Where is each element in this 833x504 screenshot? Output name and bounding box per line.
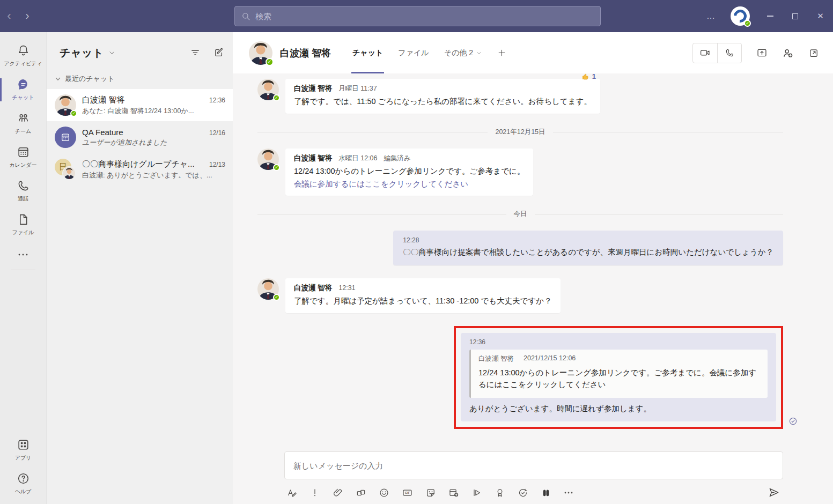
rail-label: 通話 [18, 195, 28, 203]
chat-list-item[interactable]: ✓ 白波瀬 智将 12:36 あなた: 白波瀬 智将12/24 13:00か..… [47, 89, 233, 121]
tab-more[interactable]: その他 2 [437, 32, 490, 73]
message-sender: 白波瀬 智将 [294, 283, 332, 293]
loop-icon[interactable] [356, 487, 366, 498]
compose-toolbar: GIF [284, 479, 783, 499]
phone-icon [17, 179, 30, 192]
video-call-button[interactable] [693, 43, 717, 63]
rail-label: ヘルプ [15, 488, 32, 495]
praise-icon[interactable] [495, 487, 505, 498]
attach-icon[interactable] [333, 487, 343, 498]
new-chat-icon[interactable] [213, 47, 224, 58]
read-receipt-icon [788, 417, 798, 426]
rail-label: チャット [12, 94, 34, 101]
message-text: 了解です。では、11:50 ごろになったら私の部署に来てください。お待ちしてます… [294, 96, 592, 108]
chat-list-title[interactable]: チャット [60, 46, 115, 60]
avatar[interactable]: ✓ [257, 149, 279, 170]
quote-time: 2021/12/15 12:06 [524, 354, 576, 364]
tab-label: その他 2 [444, 48, 473, 58]
thumbs-up-reaction[interactable]: 1 [581, 73, 596, 81]
bell-icon [17, 44, 30, 57]
message-sender: 白波瀬 智将 [294, 84, 332, 93]
importance-icon[interactable] [309, 487, 320, 498]
add-people-button[interactable] [782, 47, 794, 59]
chat-list-item[interactable]: 日 〇〇商事様向けグループチャ... 12/13 白波瀬: ありがとうございます… [47, 153, 233, 186]
schedule-icon[interactable] [448, 487, 459, 498]
message-bubble: 12:36 白波瀬 智将 2021/12/15 12:06 12/24 13:0… [461, 333, 776, 421]
approvals-icon[interactable] [518, 487, 528, 498]
avatar[interactable]: ✓ [257, 278, 279, 300]
rail-item-teams[interactable]: チーム [0, 107, 46, 140]
recent-chats-label: 最近のチャット [65, 74, 115, 84]
reaction-count: 1 [592, 73, 596, 80]
popout-chat-button[interactable] [808, 48, 819, 58]
chat-item-preview: 白波瀬: ありがとうございます。では、... [82, 171, 225, 180]
edited-label: 編集済み [384, 154, 411, 163]
chat-header: ✓ 白波瀬 智将 チャット ファイル その他 2 [233, 32, 833, 73]
rail-item-chat[interactable]: チャット [0, 73, 46, 107]
rail-more-button[interactable] [17, 242, 29, 264]
quoted-message[interactable]: 白波瀬 智将 2021/12/15 12:06 12/24 13:00からのトレ… [469, 350, 768, 398]
account-avatar[interactable]: ✓ [731, 6, 750, 26]
date-divider: 今日 [257, 210, 783, 219]
message-bubble: 白波瀬 智将 12:31 了解です。月曜は予定が詰まっていて、11:30 -12… [285, 278, 561, 313]
rail-item-help[interactable]: ヘルプ [0, 467, 46, 504]
message-bubble: 白波瀬 智将 月曜日 11:37 了解です。では、11:50 ごろになったら私の… [285, 79, 600, 114]
tab-files[interactable]: ファイル [390, 32, 436, 73]
video-camera-icon [699, 47, 711, 58]
format-icon[interactable] [286, 487, 297, 498]
chat-list-title-label: チャット [60, 46, 104, 60]
compose-area: GIF [233, 448, 833, 504]
close-button[interactable]: ✕ [808, 0, 833, 32]
gif-icon[interactable]: GIF [402, 487, 413, 498]
qa-feature-avatar [55, 127, 76, 148]
rail-item-activity[interactable]: アクティビティ [0, 39, 46, 73]
message-input[interactable] [293, 461, 774, 470]
message-sender: 白波瀬 智将 [294, 153, 332, 163]
title-bar: ‹ › … ✓ ✕ [0, 0, 833, 32]
tab-chat[interactable]: チャット [345, 32, 390, 73]
calendar-icon [60, 132, 71, 143]
rail-item-apps[interactable]: アプリ [0, 433, 46, 467]
rail-item-calls[interactable]: 通話 [0, 174, 46, 208]
message-text: 了解です。月曜は予定が詰まっていて、11:30 -12:00 でも大丈夫ですか？ [294, 295, 552, 307]
chat-partner-avatar[interactable]: ✓ [249, 41, 272, 65]
recent-chats-section-toggle[interactable]: 最近のチャット [47, 65, 233, 89]
apps-grid-icon [17, 438, 30, 451]
meeting-join-link[interactable]: 会議に参加するにはここをクリックしてください [294, 179, 525, 190]
titlebar-more-menu[interactable]: … [699, 11, 723, 21]
avatar: ✓ [55, 94, 76, 116]
send-icon[interactable] [768, 486, 780, 499]
flow-icon[interactable] [471, 487, 482, 498]
titlebar-right: … ✓ ✕ [699, 0, 833, 32]
minimize-button[interactable] [757, 0, 783, 32]
more-icon[interactable] [564, 491, 573, 494]
rail-item-files[interactable]: ファイル [0, 208, 46, 242]
chat-list-item[interactable]: QA Feature 12/16 ユーザーが追加されました [47, 121, 233, 153]
viva-icon[interactable] [541, 487, 551, 498]
message-input-box[interactable] [284, 451, 783, 479]
message-time: 12:28 [403, 236, 773, 244]
avatar[interactable]: ✓ [257, 79, 279, 100]
svg-text:GIF: GIF [405, 491, 410, 494]
ellipsis-icon [17, 253, 29, 257]
audio-call-button[interactable] [717, 43, 741, 63]
emoji-icon[interactable] [379, 487, 389, 498]
share-screen-button[interactable] [756, 47, 768, 58]
group-avatar: 日 [55, 159, 76, 180]
filter-icon[interactable] [190, 47, 201, 58]
search-input[interactable] [255, 12, 594, 21]
quote-sender: 白波瀬 智将 [478, 354, 514, 364]
maximize-button[interactable] [783, 0, 808, 32]
add-tab-button[interactable] [490, 32, 514, 73]
search-bar[interactable] [234, 6, 601, 26]
chevron-down-icon [55, 77, 61, 81]
help-icon [17, 472, 30, 485]
back-button[interactable]: ‹ [0, 9, 18, 23]
rail-item-calendar[interactable]: カレンダー [0, 140, 46, 174]
message-incoming: ✓ 白波瀬 智将 12:31 了解です。月曜は予定が詰まっていて、11:30 -… [257, 278, 783, 313]
chevron-down-icon [476, 50, 482, 56]
sticker-icon[interactable] [425, 487, 436, 498]
rail-label: ファイル [12, 229, 34, 236]
chat-item-preview: ユーザーが追加されました [82, 138, 225, 147]
forward-button[interactable]: › [18, 9, 36, 23]
